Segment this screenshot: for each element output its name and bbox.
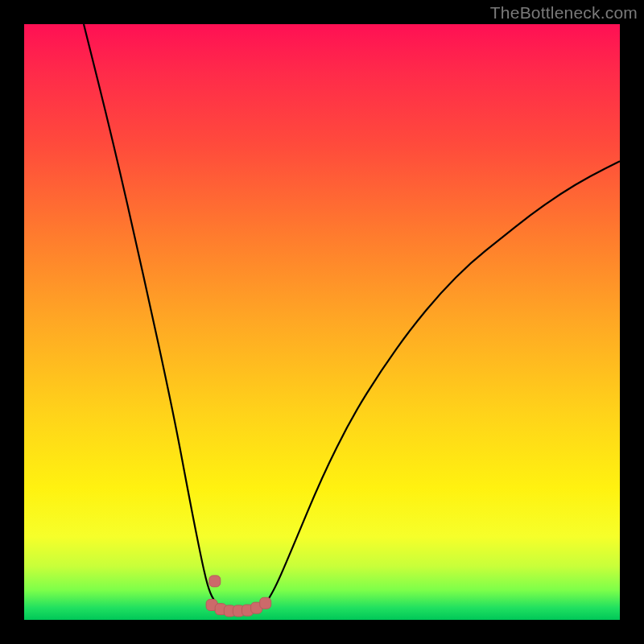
curve-left-branch: [84, 24, 221, 608]
watermark-text: TheBottleneck.com: [490, 3, 638, 23]
valley-marker: [260, 597, 271, 609]
valley-markers: [206, 576, 271, 617]
valley-marker: [209, 576, 221, 587]
chart-svg: [24, 24, 620, 620]
curve-right-branch: [262, 161, 620, 608]
chart-frame: TheBottleneck.com: [0, 0, 644, 644]
